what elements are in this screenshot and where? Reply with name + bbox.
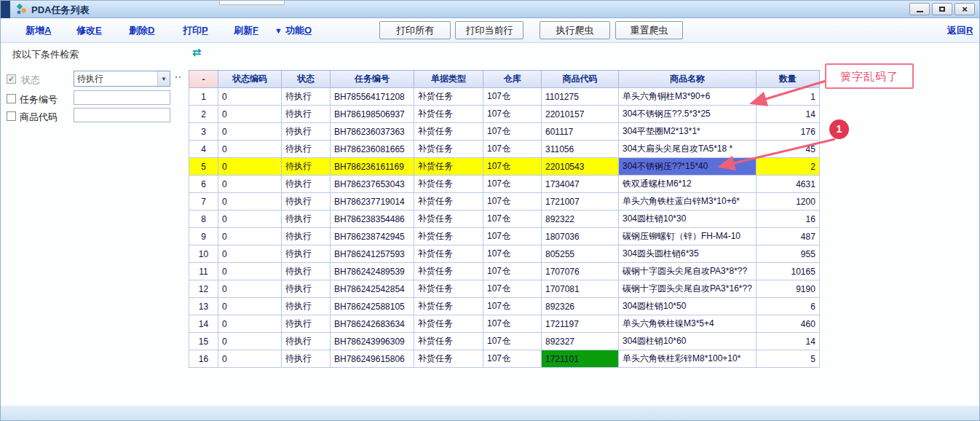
cell-qty[interactable]: 1 <box>756 88 819 106</box>
cell-status-code[interactable]: 0 <box>218 350 282 368</box>
cell-qty[interactable]: 955 <box>756 245 819 263</box>
cell-warehouse[interactable]: 107仓 <box>483 228 542 245</box>
cell-task-no[interactable]: BH786237653043 <box>331 176 414 193</box>
cell-qty[interactable]: 16 <box>756 210 819 228</box>
cell-num[interactable]: 13 <box>189 298 218 315</box>
table-row[interactable]: 150待执行BH786243996309补货任务107仓892327304圆柱销… <box>189 333 820 350</box>
cell-status[interactable]: 待执行 <box>282 245 331 263</box>
table-row[interactable]: 120待执行BH786242542854补货任务107仓1707081碳钢十字圆… <box>189 280 820 298</box>
cell-status[interactable]: 待执行 <box>282 106 331 123</box>
cell-doc-type[interactable]: 补货任务 <box>414 298 483 315</box>
cell-qty[interactable]: 14 <box>756 333 819 350</box>
status-checkbox[interactable] <box>7 74 16 84</box>
cell-warehouse[interactable]: 107仓 <box>483 333 542 350</box>
cell-status-code[interactable]: 0 <box>218 141 282 158</box>
cell-num[interactable]: 12 <box>189 280 218 298</box>
menu-refresh[interactable]: 刷新F <box>234 24 258 37</box>
run-crawler-button[interactable]: 执行爬虫 <box>540 21 610 39</box>
cell-status[interactable]: 待执行 <box>282 298 331 315</box>
cell-qty[interactable]: 6 <box>756 298 819 315</box>
cell-doc-type[interactable]: 补货任务 <box>414 315 483 333</box>
cell-status-code[interactable]: 0 <box>218 123 282 141</box>
column-header[interactable]: 单据类型 <box>414 71 483 88</box>
cell-product-code[interactable]: 601117 <box>542 123 619 141</box>
cell-task-no[interactable]: BH786198506937 <box>331 106 414 123</box>
cell-task-no[interactable]: BH786242542854 <box>331 280 414 298</box>
cell-product-code[interactable]: 892322 <box>542 210 619 228</box>
cell-status-code[interactable]: 0 <box>218 298 282 315</box>
cell-product-code[interactable]: 311056 <box>542 141 619 158</box>
cell-doc-type[interactable]: 补货任务 <box>414 176 483 193</box>
cell-warehouse[interactable]: 107仓 <box>483 315 542 333</box>
cell-num[interactable]: 1 <box>189 88 218 106</box>
cell-status-code[interactable]: 0 <box>218 263 282 280</box>
cell-task-no[interactable]: BH786238354486 <box>331 210 414 228</box>
table-row[interactable]: 70待执行BH786237719014补货任务107仓1721007单头六角铁柱… <box>189 193 820 210</box>
status-select[interactable]: 待执行 ▼ <box>74 71 170 87</box>
cell-status-code[interactable]: 0 <box>218 333 282 350</box>
cell-product-code[interactable]: 892327 <box>542 333 619 350</box>
cell-status[interactable]: 待执行 <box>282 158 331 176</box>
cell-qty[interactable]: 176 <box>756 123 819 141</box>
column-header[interactable]: 商品代码 <box>542 71 619 88</box>
cell-doc-type[interactable]: 补货任务 <box>414 350 483 368</box>
cell-product-code[interactable]: 1807036 <box>542 228 619 245</box>
swap-columns-icon[interactable]: ⇄ <box>189 46 205 60</box>
menu-print[interactable]: 打印P <box>183 24 208 37</box>
cell-doc-type[interactable]: 补货任务 <box>414 158 483 176</box>
menu-function[interactable]: ▼功能O <box>274 24 312 37</box>
cell-status[interactable]: 待执行 <box>282 228 331 245</box>
cell-status-code[interactable]: 0 <box>218 210 282 228</box>
cell-task-no[interactable]: BH786242683634 <box>331 315 414 333</box>
cell-status-code[interactable]: 0 <box>218 280 282 298</box>
print-current-button[interactable]: 打印当前行 <box>455 21 523 39</box>
cell-status-code[interactable]: 0 <box>218 158 282 176</box>
cell-doc-type[interactable]: 补货任务 <box>414 263 483 280</box>
cell-task-no[interactable]: BH786249615806 <box>331 350 414 368</box>
cell-product-code[interactable]: 1101275 <box>542 88 619 106</box>
table-row[interactable]: 80待执行BH786238354486补货任务107仓892322304圆柱销1… <box>189 210 820 228</box>
cell-status[interactable]: 待执行 <box>282 176 331 193</box>
table-row[interactable]: 130待执行BH786242588105补货任务107仓892326304圆柱销… <box>189 298 820 315</box>
task-no-checkbox[interactable] <box>7 94 16 103</box>
cell-warehouse[interactable]: 107仓 <box>483 210 542 228</box>
cell-qty[interactable]: 460 <box>756 315 819 333</box>
cell-product-code[interactable]: 805255 <box>542 245 619 263</box>
column-header[interactable]: 数量 <box>756 71 819 88</box>
cell-product-name[interactable]: 304不锈钢压??.5*3*25 <box>619 106 756 123</box>
cell-status-code[interactable]: 0 <box>218 228 282 245</box>
cell-num[interactable]: 7 <box>189 193 218 210</box>
cell-num[interactable]: 3 <box>189 123 218 141</box>
cell-warehouse[interactable]: 107仓 <box>483 88 542 106</box>
cell-doc-type[interactable]: 补货任务 <box>414 280 483 298</box>
cell-product-name[interactable]: 304圆头圆柱销6*35 <box>619 245 756 263</box>
cell-qty[interactable]: 5 <box>756 350 819 368</box>
cell-doc-type[interactable]: 补货任务 <box>414 123 483 141</box>
cell-product-code[interactable]: 1707076 <box>542 263 619 280</box>
cell-task-no[interactable]: BH786236037363 <box>331 123 414 141</box>
cell-product-name[interactable]: 304大扁头尖尾自攻TA5*18 * <box>619 141 756 158</box>
cell-qty[interactable]: 45 <box>756 141 819 158</box>
table-row[interactable]: 40待执行BH786236081665补货任务107仓311056304大扁头尖… <box>189 141 820 158</box>
cell-product-name[interactable]: 碳钢压铆螺钉（锌）FH-M4-10 <box>619 228 756 245</box>
cell-product-code[interactable]: 1707081 <box>542 280 619 298</box>
cell-doc-type[interactable]: 补货任务 <box>414 333 483 350</box>
cell-num[interactable]: 8 <box>189 210 218 228</box>
table-row[interactable]: 30待执行BH786236037363补货任务107仓601117304平垫圈M… <box>189 123 820 141</box>
cell-warehouse[interactable]: 107仓 <box>483 193 542 210</box>
table-row[interactable]: 20待执行BH786198506937补货任务107仓22010157304不锈… <box>189 106 820 123</box>
menu-return[interactable]: 返回R <box>947 24 973 37</box>
cell-num[interactable]: 4 <box>189 141 218 158</box>
task-no-input[interactable] <box>74 90 170 105</box>
cell-qty[interactable]: 4631 <box>756 176 819 193</box>
cell-doc-type[interactable]: 补货任务 <box>414 106 483 123</box>
cell-product-code[interactable]: 892326 <box>542 298 619 315</box>
cell-task-no[interactable]: BH786237719014 <box>331 193 414 210</box>
cell-status[interactable]: 待执行 <box>282 193 331 210</box>
cell-status[interactable]: 待执行 <box>282 141 331 158</box>
cell-task-no[interactable]: BH786236081665 <box>331 141 414 158</box>
cell-product-code[interactable]: 1721197 <box>542 315 619 333</box>
cell-status-code[interactable]: 0 <box>218 176 282 193</box>
cell-task-no[interactable]: BH786238742945 <box>331 228 414 245</box>
product-code-input[interactable] <box>74 108 170 122</box>
